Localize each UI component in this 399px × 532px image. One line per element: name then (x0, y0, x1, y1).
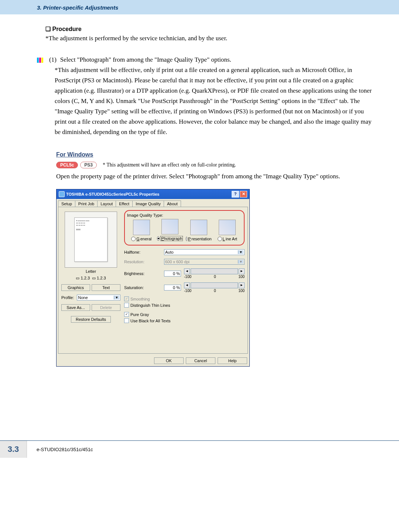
arrow-right-icon[interactable]: ► (239, 282, 245, 288)
tab-printjob[interactable]: Print Job (75, 200, 98, 207)
badge-pcl5c: PCL5c (56, 162, 78, 168)
right-column: Image Quality Type: GGeneraleneral Photo… (124, 210, 245, 323)
restore-defaults-button[interactable]: Restore Defaults (71, 316, 111, 323)
step-body: *This adjustment will be effective, only… (55, 65, 375, 137)
arrow-left-icon[interactable]: ◄ (184, 282, 190, 288)
presentation-thumb-icon (190, 220, 207, 235)
general-thumb-icon (133, 220, 150, 235)
page-footer: 3.3 e-STUDIO281c/351c/451c (0, 440, 399, 469)
procedure-heading: Procedure (45, 25, 375, 32)
halftone-label: Halftone: (124, 250, 161, 254)
tab-image-quality[interactable]: Image Quality (132, 200, 164, 207)
lineart-thumb-icon (219, 220, 236, 235)
footer-model: e-STUDIO281c/351c/451c (27, 447, 93, 452)
resolution-label: Resolution: (124, 260, 161, 264)
color-bars-icon (37, 58, 43, 63)
badges-row: PCL5c PS3 * This adjustment will have an… (56, 162, 375, 168)
section-title: 3. Printer-specific Adjustments (37, 4, 118, 11)
step-row: (1) Select "Photograph" from among the "… (37, 56, 375, 64)
iqt-lineart[interactable]: Line Art (214, 220, 240, 241)
for-windows-heading: For Windows (56, 151, 375, 158)
preview-box: ■ ▬▬▬▬ ▬▬▬ ▬ ▬ ▬▬ ▬ ▬ ▬▮▮▮▮ (65, 212, 117, 268)
smoothing-label: Smoothing (130, 297, 150, 301)
help-button[interactable]: Help (218, 357, 247, 364)
step-number: (1) (49, 56, 57, 64)
arrow-right-icon[interactable]: ► (239, 268, 245, 274)
help-icon[interactable]: ? (232, 191, 239, 198)
thin-lines-label: Distinguish Thin Lines (130, 303, 170, 308)
paper-preview-icon: ■ ▬▬▬▬ ▬▬▬ ▬ ▬ ▬▬ ▬ ▬ ▬▮▮▮▮ (74, 217, 108, 262)
iqt-presentation[interactable]: Presentation (186, 220, 212, 241)
dialog-title: TOSHIBA e-STUDIO451cSeriesPCL5c Properti… (66, 192, 159, 196)
saturation-label: Saturation: (124, 285, 161, 290)
ok-button[interactable]: OK (154, 357, 184, 364)
thin-lines-checkbox[interactable] (124, 303, 129, 308)
size-large-icon: ▭ 1.2.3 (92, 276, 106, 281)
black-texts-checkbox[interactable] (124, 318, 129, 323)
properties-dialog: TOSHIBA e-STUDIO451cSeriesPCL5c Properti… (56, 189, 250, 367)
tab-effect[interactable]: Effect (116, 200, 133, 207)
procedure-note: *The adjustment is performed by the serv… (45, 35, 375, 42)
open-property-text: Open the property page of the printer dr… (56, 171, 375, 182)
saturation-slider[interactable]: ◄ ► (184, 282, 245, 288)
dialog-buttons: OK Cancel Help (57, 355, 249, 366)
dialog-screenshot: TOSHIBA e-STUDIO451cSeriesPCL5c Properti… (56, 189, 375, 367)
page-header: 3. Printer-specific Adjustments (0, 0, 399, 14)
save-as-button[interactable]: Save As... (61, 304, 90, 311)
tab-setup[interactable]: Setup (58, 200, 75, 207)
badge-ps3: PS3 (80, 162, 97, 168)
brightness-label: Brightness: (124, 271, 161, 276)
paper-size-label: Letter (61, 269, 120, 274)
brightness-slider[interactable]: ◄ ► (184, 268, 245, 274)
content-area: Procedure *The adjustment is performed b… (0, 14, 399, 367)
smoothing-checkbox: ✓ (124, 296, 129, 301)
pure-gray-checkbox[interactable]: ✓ (124, 312, 129, 317)
iqt-label: Image Quality Type: (127, 213, 242, 217)
left-column: ■ ▬▬▬▬ ▬▬▬ ▬ ▬ ▬▬ ▬ ▬ ▬▮▮▮▮ Letter ▭ 1.2… (61, 210, 120, 326)
titlebar: TOSHIBA e-STUDIO451cSeriesPCL5c Properti… (57, 189, 249, 199)
brightness-value[interactable]: 0 % (164, 271, 181, 277)
pure-gray-label: Pure Gray (130, 312, 149, 317)
size-small-icon: ▭ 1.2.3 (76, 276, 90, 281)
chevron-down-icon: ▼ (114, 296, 119, 299)
resolution-dropdown: 600 x 600 dpi▼ (164, 259, 245, 265)
image-quality-type-group: Image Quality Type: GGeneraleneral Photo… (124, 210, 245, 246)
app-icon (59, 191, 65, 197)
graphics-button[interactable]: Graphics (61, 284, 90, 291)
arrow-left-icon[interactable]: ◄ (184, 268, 190, 274)
page-number: 3.3 (0, 441, 27, 458)
iqt-photograph[interactable]: Photograph (157, 219, 183, 241)
tabs: Setup Print Job Layout Effect Image Qual… (57, 199, 249, 207)
text-button[interactable]: Text (92, 284, 120, 291)
size-icons: ▭ 1.2.3 ▭ 1.2.3 (61, 276, 120, 281)
photograph-thumb-icon (161, 219, 178, 234)
delete-button[interactable]: Delete (92, 304, 120, 311)
chevron-down-icon: ▼ (238, 250, 243, 254)
halftone-dropdown[interactable]: Auto▼ (164, 249, 245, 255)
saturation-value[interactable]: 0 % (164, 285, 181, 291)
step-title: Select "Photograph" from among the "Imag… (60, 56, 231, 64)
tab-layout[interactable]: Layout (97, 200, 116, 207)
tab-body: ■ ▬▬▬▬ ▬▬▬ ▬ ▬ ▬▬ ▬ ▬ ▬▮▮▮▮ Letter ▭ 1.2… (58, 207, 248, 354)
profile-label: Profile: (61, 295, 74, 300)
chevron-down-icon: ▼ (238, 260, 243, 264)
cancel-button[interactable]: Cancel (186, 357, 215, 364)
close-icon[interactable]: ✕ (240, 191, 247, 198)
tab-about[interactable]: About (164, 200, 181, 207)
iqt-general[interactable]: GGeneraleneral (129, 220, 154, 241)
black-texts-label: Use Black for All Texts (130, 319, 171, 323)
badge-note: * This adjustment will have an effect on… (103, 162, 236, 168)
profile-dropdown[interactable]: None▼ (77, 295, 120, 301)
